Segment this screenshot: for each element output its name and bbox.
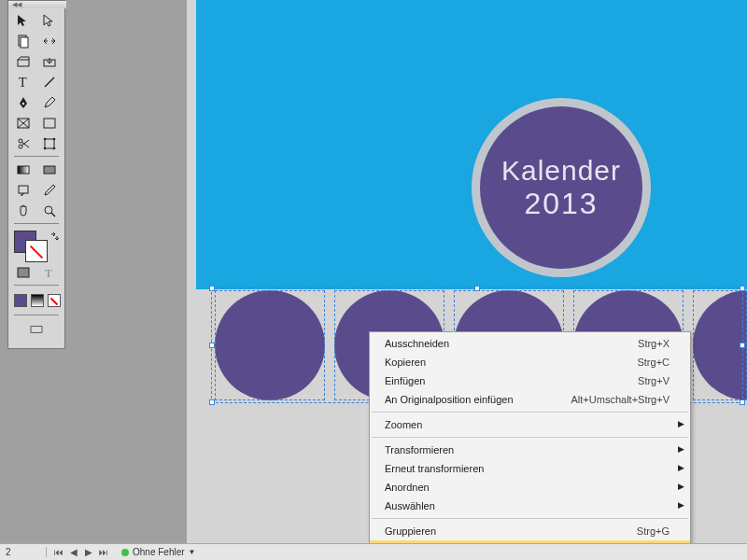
fill-stroke-swatch[interactable] (10, 229, 63, 260)
submenu-arrow-icon: ▶ (678, 444, 684, 454)
status-bar: 2 ⏮ ◀ ▶ ⏭ Ohne Fehler ▼ (0, 543, 747, 560)
separator (372, 412, 688, 413)
svg-text:T: T (45, 266, 52, 280)
svg-line-5 (45, 77, 54, 87)
view-mode-tool[interactable] (10, 318, 63, 341)
left-panel: ◀◀ T (0, 0, 187, 560)
ctx-select[interactable]: Auswählen▶ (370, 497, 690, 515)
svg-rect-15 (45, 139, 54, 148)
preflight-label: Ohne Fehler (133, 547, 185, 557)
stroke-swatch[interactable] (25, 240, 48, 262)
svg-point-23 (45, 206, 52, 214)
svg-point-18 (44, 147, 47, 150)
ctx-group[interactable]: GruppierenStrg+G (370, 522, 690, 540)
line-tool[interactable] (36, 72, 63, 92)
zoom-tool[interactable] (36, 201, 63, 221)
swap-fill-stroke-icon[interactable] (49, 231, 61, 242)
svg-rect-28 (32, 328, 40, 331)
ctx-transform[interactable]: Transformieren▶ (370, 441, 690, 459)
separator (10, 283, 63, 288)
svg-rect-1 (21, 37, 28, 48)
gap-tool[interactable] (36, 31, 63, 51)
status-dot-icon (121, 549, 129, 556)
separator (372, 518, 688, 519)
svg-point-6 (22, 103, 24, 105)
svg-rect-22 (19, 186, 28, 193)
direct-selection-tool[interactable] (36, 10, 63, 31)
ctx-transform-again[interactable]: Erneut transformieren▶ (370, 459, 690, 478)
gradient-feather-tool[interactable] (36, 160, 63, 180)
next-page-button[interactable]: ▶ (82, 547, 95, 558)
last-page-button[interactable]: ⏭ (97, 547, 110, 558)
separator (10, 313, 63, 318)
page-tool[interactable] (10, 31, 36, 51)
formatting-text-tool[interactable]: T (36, 262, 63, 283)
title-badge-inner: Kalender 2013 (480, 106, 642, 269)
submenu-arrow-icon: ▶ (678, 419, 684, 428)
dropdown-arrow-icon: ▼ (189, 548, 196, 556)
prev-page-button[interactable]: ◀ (67, 547, 80, 558)
eyedropper-tool[interactable] (36, 180, 63, 201)
svg-rect-25 (18, 268, 29, 277)
rectangle-tool[interactable] (36, 113, 63, 133)
pen-tool[interactable] (10, 92, 36, 113)
separator (10, 221, 63, 227)
submenu-arrow-icon: ▶ (678, 482, 684, 491)
svg-point-16 (44, 138, 47, 141)
ctx-paste[interactable]: EinfügenStrg+V (370, 371, 690, 390)
ctx-copy[interactable]: KopierenStrg+C (370, 353, 690, 371)
separator (10, 154, 63, 160)
svg-line-24 (51, 213, 55, 217)
free-transform-tool[interactable] (36, 133, 63, 154)
toolbox-panel: ◀◀ T (7, 0, 65, 349)
sky-rect (196, 0, 747, 289)
selection-tool[interactable] (10, 10, 36, 31)
content-collector-tool[interactable] (10, 51, 36, 72)
svg-rect-2 (18, 60, 29, 66)
ctx-zoom[interactable]: Zoomen▶ (370, 415, 690, 434)
svg-rect-20 (18, 166, 29, 174)
pencil-tool[interactable] (36, 92, 63, 113)
svg-text:T: T (19, 76, 27, 90)
badge-line2: 2013 (524, 187, 598, 221)
scissors-tool[interactable] (10, 133, 36, 154)
badge-line1: Kalender (501, 155, 621, 187)
apply-gradient[interactable] (31, 294, 44, 307)
ctx-paste-in-place[interactable]: An Originalposition einfügenAlt+Umschalt… (370, 390, 690, 409)
note-tool[interactable] (10, 180, 36, 201)
ctx-cut[interactable]: AusschneidenStrg+X (370, 334, 690, 353)
page-number-field[interactable]: 2 (0, 547, 47, 557)
svg-rect-21 (44, 166, 55, 174)
submenu-arrow-icon: ▶ (678, 500, 684, 510)
object-selection (215, 290, 325, 400)
apply-none[interactable] (48, 294, 61, 307)
svg-point-17 (53, 138, 56, 141)
svg-point-19 (53, 147, 56, 150)
object-selection (693, 290, 747, 400)
ctx-arrange[interactable]: Anordnen▶ (370, 478, 690, 497)
submenu-arrow-icon: ▶ (678, 463, 684, 472)
hand-tool[interactable] (10, 201, 36, 221)
svg-rect-10 (44, 119, 55, 128)
gradient-swatch-tool[interactable] (10, 160, 36, 180)
tool-grid: T (8, 8, 64, 229)
formatting-container-tool[interactable] (10, 262, 36, 283)
toolbox-handle[interactable]: ◀◀ (8, 1, 66, 8)
content-placer-tool[interactable] (36, 51, 63, 72)
type-tool[interactable]: T (10, 72, 36, 92)
apply-swatches (14, 294, 64, 307)
separator (372, 437, 688, 438)
rectangle-frame-tool[interactable] (10, 113, 36, 133)
first-page-button[interactable]: ⏮ (52, 547, 65, 558)
context-menu: AusschneidenStrg+X KopierenStrg+C Einfüg… (369, 331, 691, 560)
preflight-status[interactable]: Ohne Fehler ▼ (116, 547, 202, 557)
apply-color[interactable] (14, 294, 27, 307)
title-badge[interactable]: Kalender 2013 (472, 98, 651, 277)
